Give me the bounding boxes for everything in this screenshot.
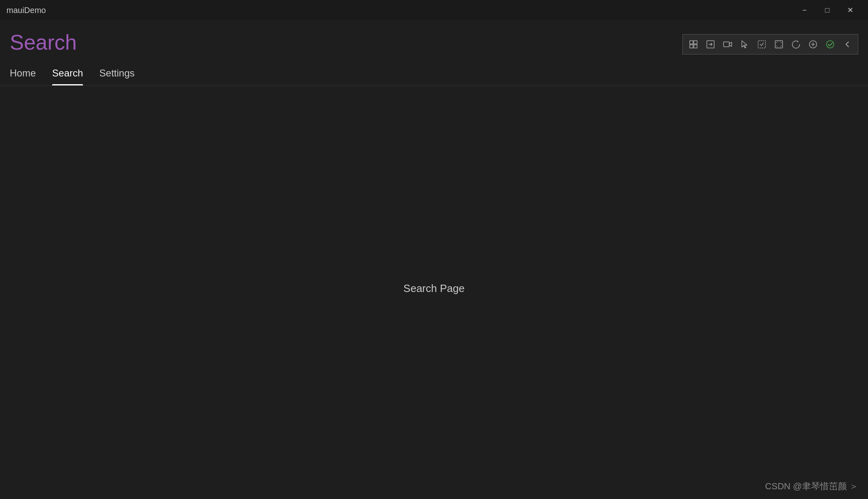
close-button[interactable]: ✕ [839, 2, 861, 18]
svg-rect-0 [690, 41, 693, 44]
svg-rect-7 [775, 41, 783, 48]
grid-icon-button[interactable] [685, 36, 702, 52]
svg-rect-5 [724, 42, 729, 47]
svg-rect-2 [690, 45, 693, 48]
select-rect-icon-button[interactable] [771, 36, 787, 52]
svg-rect-1 [694, 41, 697, 44]
app-heading: Search [10, 30, 77, 58]
svg-point-11 [826, 41, 834, 48]
svg-rect-3 [694, 45, 697, 48]
debug-toolbar [682, 34, 858, 54]
app-title: mauiDemo [7, 6, 46, 15]
svg-rect-6 [758, 41, 765, 48]
back-icon-button[interactable] [839, 36, 855, 52]
tab-home[interactable]: Home [10, 61, 36, 85]
watermark: CSDN @聿琴惜茁颜 ＞ [765, 480, 858, 492]
header: Search [0, 20, 868, 58]
title-bar: mauiDemo − □ ✕ [0, 0, 868, 20]
tab-search[interactable]: Search [52, 61, 83, 85]
camera-icon-button[interactable] [719, 36, 736, 52]
main-content: Search Page [0, 86, 868, 491]
info-icon-button[interactable] [805, 36, 821, 52]
rect-select-icon-button[interactable] [754, 36, 770, 52]
tab-settings[interactable]: Settings [99, 61, 135, 85]
check-icon-button[interactable] [822, 36, 838, 52]
nav-bar: Home Search Settings [0, 61, 868, 86]
maximize-button[interactable]: □ [816, 2, 839, 18]
page-label: Search Page [403, 282, 464, 295]
window-controls: − □ ✕ [793, 2, 861, 18]
export-icon-button[interactable] [702, 36, 719, 52]
cursor-icon-button[interactable] [737, 36, 753, 52]
refresh-icon-button[interactable] [788, 36, 804, 52]
minimize-button[interactable]: − [793, 2, 816, 18]
